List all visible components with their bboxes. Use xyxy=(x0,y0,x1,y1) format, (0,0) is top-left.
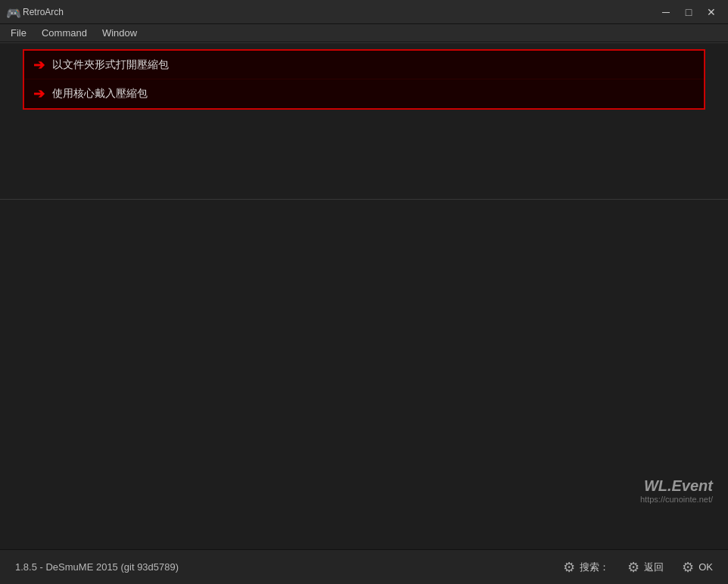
watermark-brand: WL.Event xyxy=(640,477,713,495)
titlebar: 🎮 RetroArch ─ □ ✕ xyxy=(0,0,728,24)
menu-command[interactable]: Command xyxy=(34,26,95,40)
watermark-url: https://cunointe.net/ xyxy=(640,495,713,504)
back-action[interactable]: ⚙ 返回 xyxy=(627,559,664,576)
bottombar: 1.8.5 - DeSmuME 2015 (git 93d5789) ⚙ 搜索：… xyxy=(0,549,728,584)
ok-action[interactable]: ⚙ OK xyxy=(682,559,713,576)
back-label: 返回 xyxy=(644,561,664,574)
back-icon: ⚙ xyxy=(627,559,639,576)
search-action[interactable]: ⚙ 搜索： xyxy=(563,559,609,576)
app-icon: 🎮 xyxy=(6,6,18,18)
minimize-button[interactable]: ─ xyxy=(655,4,677,20)
option-open-as-folder[interactable]: ➔ 以文件夾形式打開壓縮包 xyxy=(24,51,704,79)
arrow-icon-2: ➔ xyxy=(33,85,45,102)
bottom-separator xyxy=(0,199,728,200)
close-button[interactable]: ✕ xyxy=(701,4,722,20)
status-text: 1.8.5 - DeSmuME 2015 (git 93d5789) xyxy=(15,561,563,573)
bottom-actions: ⚙ 搜索： ⚙ 返回 ⚙ OK xyxy=(563,559,713,576)
top-separator xyxy=(0,42,728,43)
ok-label: OK xyxy=(698,561,713,573)
option-load-with-core[interactable]: ➔ 使用核心戴入壓縮包 xyxy=(24,79,704,108)
window-controls: ─ □ ✕ xyxy=(655,4,722,20)
ok-icon: ⚙ xyxy=(682,559,694,576)
arrow-icon-1: ➔ xyxy=(33,57,45,73)
titlebar-title: RetroArch xyxy=(23,7,655,17)
option-label-2: 使用核心戴入壓縮包 xyxy=(52,87,148,101)
menubar: File Command Window xyxy=(0,24,728,42)
options-block: ➔ 以文件夾形式打開壓縮包 ➔ 使用核心戴入壓縮包 xyxy=(23,49,705,110)
main-area: ➔ 以文件夾形式打開壓縮包 ➔ 使用核心戴入壓縮包 WL.Event https… xyxy=(0,42,728,549)
search-label: 搜索： xyxy=(580,561,609,574)
search-icon: ⚙ xyxy=(563,559,575,576)
maximize-button[interactable]: □ xyxy=(678,4,699,20)
menu-file[interactable]: File xyxy=(3,26,34,40)
option-label-1: 以文件夾形式打開壓縮包 xyxy=(52,58,169,72)
menu-window[interactable]: Window xyxy=(95,26,145,40)
watermark: WL.Event https://cunointe.net/ xyxy=(640,477,713,504)
